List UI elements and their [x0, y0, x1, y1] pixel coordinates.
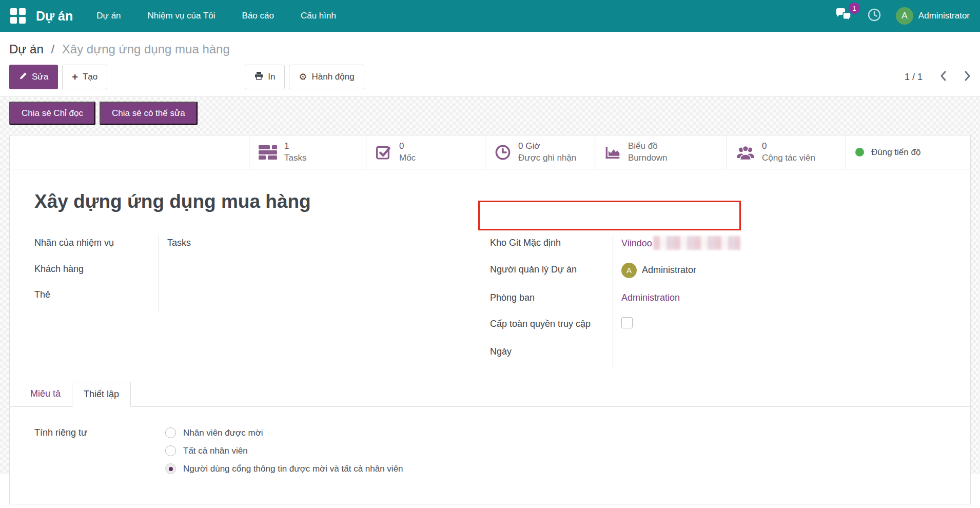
- breadcrumb: Dự án / Xây dựng ứng dụng mua hàng: [9, 32, 971, 60]
- user-menu[interactable]: A Administrator: [896, 7, 970, 25]
- nav-item-bao-cao[interactable]: Báo cáo: [242, 1, 274, 31]
- redacted-blur: [653, 236, 740, 250]
- field-git-repo: Kho Git Mặc định Viindoo: [490, 235, 946, 262]
- stat-button-hours-recorded[interactable]: 0 GiờĐược ghi nhận: [485, 135, 595, 169]
- radio-icon-selected[interactable]: [165, 463, 176, 474]
- form-sheet: 1Tasks 0Mốc 0 GiờĐược ghi nhận: [9, 135, 971, 504]
- stat-button-milestones[interactable]: 0Mốc: [366, 135, 485, 169]
- create-button[interactable]: + Tạo: [62, 65, 107, 89]
- stat-button-tasks[interactable]: 1Tasks: [249, 135, 366, 169]
- app-name[interactable]: Dự án: [36, 9, 73, 24]
- messages-icon[interactable]: 1: [835, 8, 853, 24]
- privacy-option-invited-employees[interactable]: Nhân viên được mời: [165, 427, 403, 438]
- action-button[interactable]: ⚙ Hành động: [289, 65, 364, 89]
- user-name: Administrator: [918, 11, 970, 21]
- privacy-section: Tính riêng tư Nhân viên được mời Tất cả …: [34, 427, 946, 474]
- top-navbar: Dự án Dự án Nhiệm vụ của Tôi Báo cáo Cấu…: [0, 0, 980, 32]
- pencil-icon: [19, 72, 27, 83]
- pager-value: 1 / 1: [905, 72, 923, 83]
- field-full-access: Cấp toàn quyền truy cập: [490, 316, 946, 344]
- stat-button-row: 1Tasks 0Mốc 0 GiờĐược ghi nhận: [10, 135, 970, 169]
- radio-icon[interactable]: [165, 427, 176, 438]
- tasks-icon: [259, 145, 277, 160]
- field-department: Phòng ban Administration: [490, 290, 946, 316]
- project-title: Xây dựng ứng dụng mua hàng: [34, 191, 946, 212]
- check-square-icon: [376, 144, 392, 161]
- user-avatar: A: [896, 7, 913, 25]
- manager-avatar: A: [621, 263, 637, 278]
- radio-icon[interactable]: [165, 445, 176, 456]
- tab-description[interactable]: Miêu tả: [19, 382, 72, 406]
- printer-icon: [254, 71, 263, 83]
- pager-next-icon[interactable]: [964, 71, 971, 84]
- tags-value[interactable]: [159, 287, 455, 312]
- customer-value[interactable]: [159, 261, 455, 287]
- privacy-option-all-employees[interactable]: Tất cả nhân viên: [165, 445, 403, 456]
- content-area: Chia sẻ Chỉ đọc Chia sẻ có thể sửa 1Task…: [0, 97, 980, 474]
- field-date: Ngày: [490, 344, 946, 369]
- privacy-label: Tính riêng tư: [34, 427, 165, 474]
- field-group-left: Nhãn của nhiệm vụ Tasks Khách hàng Thẻ: [34, 235, 455, 312]
- department-value[interactable]: Administration: [621, 292, 680, 303]
- activities-clock-icon[interactable]: [867, 8, 881, 24]
- users-icon: [736, 144, 755, 161]
- control-panel: Dự án / Xây dựng ứng dụng mua hàng Sửa +…: [0, 32, 980, 97]
- messages-badge: 1: [849, 3, 860, 14]
- field-group-right: Kho Git Mặc định Viindoo Người quản lý D…: [490, 235, 946, 369]
- plus-icon: +: [72, 72, 78, 82]
- pager-previous-icon[interactable]: [940, 71, 947, 84]
- date-value[interactable]: [613, 344, 946, 369]
- nav-item-nhiem-vu[interactable]: Nhiệm vụ của Tôi: [148, 1, 215, 31]
- manager-value[interactable]: Administrator: [642, 265, 696, 275]
- pager: 1 / 1: [905, 71, 971, 84]
- task-label-value[interactable]: Tasks: [159, 235, 455, 261]
- clock-icon: [495, 144, 511, 161]
- breadcrumb-current: Xây dựng ứng dụng mua hàng: [62, 42, 230, 56]
- apps-grid-icon[interactable]: [10, 8, 26, 24]
- stat-button-collaborators[interactable]: 0Cộng tác viên: [727, 135, 846, 169]
- share-readonly-button[interactable]: Chia sẻ Chỉ đọc: [9, 102, 95, 125]
- stat-button-burndown-chart[interactable]: Biểu đồBurndown: [595, 135, 727, 169]
- privacy-option-portal-and-employees[interactable]: Người dùng cổng thông tin được mời và tấ…: [165, 463, 403, 474]
- full-access-checkbox[interactable]: [621, 317, 633, 328]
- edit-button[interactable]: Sửa: [9, 65, 58, 89]
- print-button[interactable]: In: [245, 65, 285, 89]
- field-customer: Khách hàng: [34, 261, 455, 287]
- git-repo-value[interactable]: Viindoo: [621, 238, 652, 248]
- stat-button-project-status[interactable]: Đúng tiến độ: [846, 135, 970, 169]
- field-task-label: Nhãn của nhiệm vụ Tasks: [34, 235, 455, 261]
- nav-menu: Dự án Nhiệm vụ của Tôi Báo cáo Cấu hình: [96, 1, 336, 31]
- field-project-manager: Người quản lý Dự án AAdministrator: [490, 262, 946, 290]
- field-tags: Thẻ: [34, 287, 455, 312]
- notebook-tabs: Miêu tả Thiết lập: [10, 382, 970, 407]
- nav-item-du-an[interactable]: Dự án: [96, 1, 121, 31]
- breadcrumb-parent[interactable]: Dự án: [9, 42, 44, 56]
- share-editable-button[interactable]: Chia sẻ có thể sửa: [100, 102, 198, 125]
- tab-settings[interactable]: Thiết lập: [72, 382, 131, 407]
- breadcrumb-separator: /: [51, 42, 54, 56]
- gear-icon: ⚙: [299, 72, 307, 82]
- area-chart-icon: [604, 144, 621, 161]
- nav-item-cau-hinh[interactable]: Cấu hình: [301, 1, 336, 31]
- green-status-dot: [855, 148, 864, 157]
